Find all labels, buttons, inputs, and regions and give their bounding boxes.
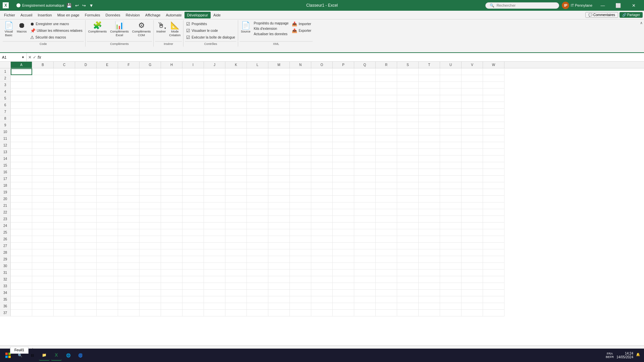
cell-E27[interactable] — [97, 243, 118, 249]
cell-Q4[interactable] — [354, 88, 376, 95]
cell-S12[interactable] — [397, 142, 419, 149]
cell-L5[interactable] — [247, 95, 268, 102]
search-bar[interactable]: 🔍 — [485, 2, 559, 9]
cell-B34[interactable] — [32, 290, 54, 296]
cell-F23[interactable] — [118, 216, 140, 223]
cell-D11[interactable] — [75, 135, 97, 142]
col-header-G[interactable]: G — [140, 62, 161, 68]
cell-F26[interactable] — [118, 236, 140, 243]
cell-D17[interactable] — [75, 176, 97, 182]
cell-M32[interactable] — [268, 276, 290, 283]
cell-W32[interactable] — [483, 276, 504, 283]
cell-W20[interactable] — [483, 196, 504, 202]
cell-D24[interactable] — [75, 223, 97, 229]
cell-R5[interactable] — [376, 95, 397, 102]
cell-L19[interactable] — [247, 189, 268, 196]
cell-L9[interactable] — [247, 122, 268, 129]
cell-I4[interactable] — [182, 88, 204, 95]
cell-K25[interactable] — [225, 229, 247, 236]
cell-E5[interactable] — [97, 95, 118, 102]
cell-A24[interactable] — [11, 223, 32, 229]
cell-U5[interactable] — [440, 95, 462, 102]
cell-N14[interactable] — [290, 156, 311, 162]
cell-E32[interactable] — [97, 276, 118, 283]
cell-C36[interactable] — [54, 303, 75, 310]
undo-button[interactable]: ↩ — [74, 2, 80, 9]
cell-D25[interactable] — [75, 229, 97, 236]
cell-V29[interactable] — [462, 256, 483, 263]
cell-J35[interactable] — [204, 296, 225, 303]
cell-U6[interactable] — [440, 102, 462, 109]
cell-E29[interactable] — [97, 256, 118, 263]
cell-A20[interactable] — [11, 196, 32, 202]
executer-boite-button[interactable]: ☑ Exécuter la boîte de dialogue — [185, 34, 236, 41]
cell-C27[interactable] — [54, 243, 75, 249]
cell-N27[interactable] — [290, 243, 311, 249]
cell-I37[interactable] — [182, 310, 204, 316]
cell-E15[interactable] — [97, 162, 118, 169]
cell-L32[interactable] — [247, 276, 268, 283]
cell-D3[interactable] — [75, 82, 97, 88]
cell-F18[interactable] — [118, 182, 140, 189]
cell-P30[interactable] — [333, 263, 354, 269]
cell-O18[interactable] — [311, 182, 333, 189]
cell-A33[interactable] — [11, 283, 32, 290]
cell-M16[interactable] — [268, 169, 290, 176]
cell-I15[interactable] — [182, 162, 204, 169]
cell-F9[interactable] — [118, 122, 140, 129]
cell-I20[interactable] — [182, 196, 204, 202]
cell-I1[interactable] — [182, 68, 204, 75]
minimize-button[interactable]: — — [595, 0, 610, 11]
cell-S9[interactable] — [397, 122, 419, 129]
cell-M31[interactable] — [268, 269, 290, 276]
cell-W1[interactable] — [483, 68, 504, 75]
cell-E8[interactable] — [97, 115, 118, 122]
cell-T5[interactable] — [419, 95, 440, 102]
cell-T11[interactable] — [419, 135, 440, 142]
cell-N23[interactable] — [290, 216, 311, 223]
cell-T25[interactable] — [419, 229, 440, 236]
cell-C35[interactable] — [54, 296, 75, 303]
cell-V23[interactable] — [462, 216, 483, 223]
cell-M4[interactable] — [268, 88, 290, 95]
cell-L4[interactable] — [247, 88, 268, 95]
cell-N36[interactable] — [290, 303, 311, 310]
cell-L17[interactable] — [247, 176, 268, 182]
cell-F4[interactable] — [118, 88, 140, 95]
cell-U15[interactable] — [440, 162, 462, 169]
cell-K6[interactable] — [225, 102, 247, 109]
redo-button[interactable]: ↪ — [81, 2, 87, 9]
cell-F6[interactable] — [118, 102, 140, 109]
cell-V5[interactable] — [462, 95, 483, 102]
cell-H7[interactable] — [161, 109, 182, 115]
cell-A6[interactable] — [11, 102, 32, 109]
cell-B5[interactable] — [32, 95, 54, 102]
col-header-U[interactable]: U — [440, 62, 462, 68]
cell-H28[interactable] — [161, 249, 182, 256]
cell-K33[interactable] — [225, 283, 247, 290]
menu-item-formules[interactable]: Formules — [82, 12, 103, 18]
cell-F20[interactable] — [118, 196, 140, 202]
cell-H19[interactable] — [161, 189, 182, 196]
cell-R6[interactable] — [376, 102, 397, 109]
cell-H31[interactable] — [161, 269, 182, 276]
cell-Q20[interactable] — [354, 196, 376, 202]
cell-E22[interactable] — [97, 209, 118, 216]
cell-M1[interactable] — [268, 68, 290, 75]
cell-O15[interactable] — [311, 162, 333, 169]
cell-G10[interactable] — [140, 129, 161, 135]
cell-N22[interactable] — [290, 209, 311, 216]
cell-G22[interactable] — [140, 209, 161, 216]
cell-H22[interactable] — [161, 209, 182, 216]
cell-A9[interactable] — [11, 122, 32, 129]
complements-com-button[interactable]: ⚙ ComplémentsCOM — [131, 21, 152, 38]
cell-S23[interactable] — [397, 216, 419, 223]
cell-L7[interactable] — [247, 109, 268, 115]
cell-V1[interactable] — [462, 68, 483, 75]
cell-I12[interactable] — [182, 142, 204, 149]
cell-S5[interactable] — [397, 95, 419, 102]
cell-C9[interactable] — [54, 122, 75, 129]
cell-M11[interactable] — [268, 135, 290, 142]
cell-O21[interactable] — [311, 202, 333, 209]
cell-D21[interactable] — [75, 202, 97, 209]
